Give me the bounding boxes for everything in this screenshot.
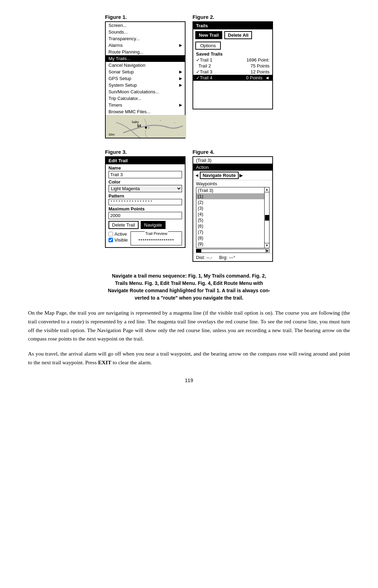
svg-text:*: * — [174, 122, 175, 125]
options-button[interactable]: Options — [195, 42, 221, 50]
options-row: Options — [193, 41, 272, 51]
dist-bar: Dist: --.- Brg: ---° — [193, 253, 272, 261]
fig4-title: (Trail 3) — [193, 157, 272, 164]
waypoint-trail3[interactable]: (Trail 3) — [196, 187, 264, 193]
trail-row-2[interactable]: Trail 275 Points — [193, 63, 272, 69]
fig4-action: Action — [193, 164, 272, 171]
figure1-label: Figure 1. — [105, 14, 127, 20]
edit-trail-title: Edit Trail — [106, 157, 185, 164]
waypoint-8[interactable]: (8) — [196, 235, 264, 241]
pattern-input[interactable] — [108, 199, 182, 205]
active-checkbox[interactable] — [108, 232, 113, 236]
waypoint-1[interactable]: (1) — [196, 193, 264, 199]
name-label: Name — [106, 164, 185, 171]
waypoint-5[interactable]: (5) — [196, 217, 264, 223]
menu-item-transparency[interactable]: Transparency... — [106, 35, 185, 42]
waypoints-list: ▲ ▼ (Trail 3) (1) (2) (3) (4) (5) (6) (7… — [196, 187, 270, 248]
menu-item-system-setup[interactable]: System Setup▶ — [106, 82, 185, 88]
trail-preview-box: Trail Preview — [131, 231, 182, 245]
figure4-label: Figure 4. — [192, 149, 215, 155]
figure3-block: Figure 3. Edit Trail Name Color Light Ma… — [105, 149, 186, 262]
preview-section: Active Visible Trail Preview — [106, 231, 185, 247]
menu-item-cancel-nav[interactable]: Cancel Navigation — [106, 62, 185, 69]
visible-label: Visible — [114, 237, 128, 243]
figure2-trails: Trails New Trail Delete All Options Save… — [192, 21, 273, 109]
scroll-up-icon[interactable]: ▲ — [265, 187, 269, 192]
figure1-block: Figure 1. Screen... Sounds... Transparen… — [105, 14, 186, 138]
svg-text:30m: 30m — [108, 133, 115, 136]
active-check-row: Active — [108, 231, 128, 237]
trails-buttons-row: New Trail Delete All — [193, 29, 272, 41]
checkboxes: Active Visible — [108, 231, 128, 243]
active-label: Active — [114, 231, 127, 237]
scrollbar[interactable]: ▲ ▼ — [264, 187, 269, 248]
body-paragraph-2: As you travel, the arrival alarm will go… — [28, 350, 350, 367]
waypoint-7[interactable]: (7) — [196, 229, 264, 235]
nav-right-arrow-icon: ▶ — [239, 173, 243, 178]
navigate-route-button[interactable]: Navigate Route — [200, 172, 239, 179]
figure1-map: 30m baby 54 • * * — [106, 115, 186, 138]
color-select[interactable]: Light Magenta — [108, 185, 182, 192]
trail-name-input[interactable] — [108, 171, 182, 178]
menu-item-alarms[interactable]: Alarms▶ — [106, 42, 185, 49]
delete-trail-button[interactable]: Delete Trail — [108, 221, 139, 229]
menu-item-my-trails[interactable]: My Trails... — [106, 55, 185, 62]
dist-label: Dist: --.- — [196, 255, 212, 260]
brg-label: Brg: ---° — [219, 255, 235, 260]
max-points-label: Maximum Points — [106, 205, 185, 212]
waypoint-2[interactable]: (2) — [196, 199, 264, 205]
trail-row-1[interactable]: ✓Trail 11696 Point: — [193, 57, 272, 63]
max-points-input[interactable] — [108, 212, 182, 219]
waypoints-label: Waypoints — [193, 180, 272, 187]
menu-item-timers[interactable]: Timers▶ — [106, 102, 185, 108]
svg-text:*: * — [160, 119, 161, 122]
caption-text: Navigate a trail menu sequence: Fig. 1, … — [108, 273, 270, 301]
waypoint-3[interactable]: (3) — [196, 205, 264, 211]
trail-row-4[interactable]: ✓Trail 40 Points ◄ — [193, 75, 272, 81]
edit-trail-buttons: Delete Trail Navigate — [106, 219, 185, 231]
menu-item-sun-moon[interactable]: Sun/Moon Calculations... — [106, 88, 185, 95]
waypoints-items: (Trail 3) (1) (2) (3) (4) (5) (6) (7) (8… — [196, 187, 264, 248]
waypoint-9[interactable]: (9) — [196, 241, 264, 247]
pattern-label: Pattern — [106, 192, 185, 199]
figure3-label: Figure 3. — [105, 149, 127, 155]
trail-row-3[interactable]: ✓Trail 312 Points — [193, 69, 272, 75]
map-svg: 30m baby 54 • * * — [106, 115, 186, 138]
horiz-scroll-thumb — [196, 249, 201, 252]
figure2-label: Figure 2. — [192, 14, 215, 20]
menu-item-gps-setup[interactable]: GPS Setup▶ — [106, 75, 185, 82]
trails-title: Trails — [193, 22, 272, 29]
new-trail-button[interactable]: New Trail — [195, 31, 222, 39]
menu-item-trip-calc[interactable]: Trip Calculator... — [106, 95, 185, 102]
caption: Navigate a trail menu sequence: Fig. 1, … — [58, 272, 320, 302]
waypoint-10[interactable]: (10) — [196, 247, 264, 248]
preview-line — [139, 239, 174, 240]
color-label: Color — [106, 178, 185, 185]
figure2-block: Figure 2. Trails New Trail Delete All Op… — [192, 14, 273, 138]
horizontal-scrollbar[interactable]: ▶ — [196, 249, 270, 253]
menu-item-sonar-setup[interactable]: Sonar Setup▶ — [106, 69, 185, 75]
menu-item-browse-mmc[interactable]: Browse MMC Files... — [106, 108, 185, 115]
scroll-down-icon[interactable]: ▼ — [265, 243, 269, 248]
figure1-menu: Screen... Sounds... Transparency... Alar… — [105, 21, 186, 138]
page-number: 119 — [28, 378, 350, 383]
trail-preview-label: Trail Preview — [145, 231, 168, 236]
saved-trails-label: Saved Trails — [193, 51, 272, 57]
figure4-panel: (Trail 3) Action ◄ Navigate Route ▶ Wayp… — [192, 156, 273, 262]
exit-bold: EXIT — [98, 359, 111, 365]
svg-point-4 — [145, 127, 147, 129]
menu-item-screen[interactable]: Screen... — [106, 22, 185, 29]
nav-left-arrow-icon: ◄ — [195, 173, 199, 178]
svg-text:baby: baby — [132, 120, 139, 124]
menu-item-sounds[interactable]: Sounds... — [106, 29, 185, 35]
figure4-block: Figure 4. (Trail 3) Action ◄ Navigate Ro… — [192, 149, 273, 262]
delete-all-button[interactable]: Delete All — [224, 31, 252, 39]
waypoint-6[interactable]: (6) — [196, 223, 264, 229]
visible-check-row: Visible — [108, 237, 128, 243]
waypoint-4[interactable]: (4) — [196, 211, 264, 217]
horiz-right-arrow-icon[interactable]: ▶ — [266, 249, 269, 253]
visible-checkbox[interactable] — [108, 238, 113, 242]
navigate-button[interactable]: Navigate — [141, 221, 166, 229]
svg-text:•: • — [148, 126, 149, 129]
menu-item-route-planning[interactable]: Route Planning... — [106, 49, 185, 55]
